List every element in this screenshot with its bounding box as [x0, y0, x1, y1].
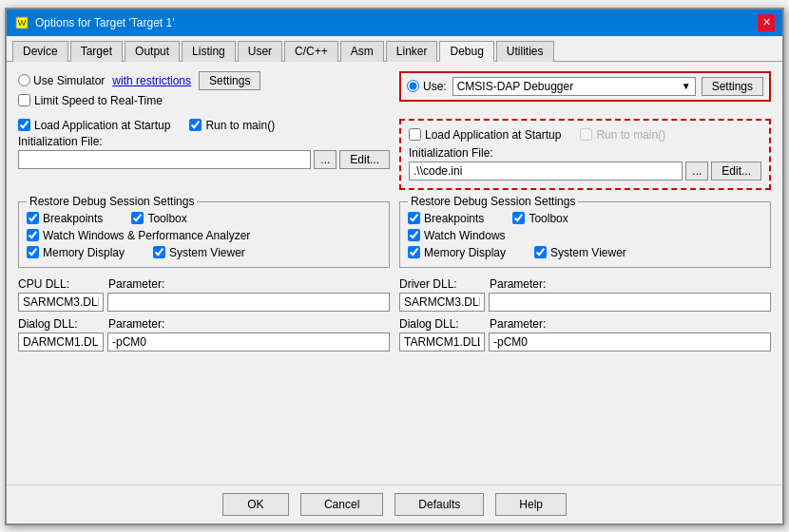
tab-user[interactable]: User	[238, 41, 282, 62]
defaults-button[interactable]: Defaults	[394, 493, 484, 516]
left-toolbox-label[interactable]: Toolbox	[131, 212, 186, 225]
right-load-highlighted-box: Load Application at Startup Run to main(…	[399, 119, 771, 190]
right-restore-label: Restore Debug Session Settings	[408, 195, 578, 208]
left-memory-display-label[interactable]: Memory Display	[27, 246, 125, 259]
left-breakpoints-checkbox[interactable]	[27, 212, 39, 224]
with-restrictions-link[interactable]: with restrictions	[112, 74, 191, 87]
simulator-radio-label[interactable]: Use Simulator	[18, 74, 105, 87]
dialog-title: Options for Target 'Target 1'	[35, 16, 174, 29]
left-cpu-dll-input[interactable]	[18, 293, 104, 312]
left-dialog-dll-label: Dialog DLL:	[18, 317, 99, 331]
left-init-file-input[interactable]	[18, 150, 311, 169]
right-watch-windows-label[interactable]: Watch Windows	[408, 229, 506, 242]
right-driver-dll-input[interactable]	[399, 293, 485, 312]
left-watch-windows-label[interactable]: Watch Windows & Performance Analyzer	[27, 229, 250, 242]
ok-button[interactable]: OK	[222, 493, 289, 516]
right-init-file-input[interactable]	[409, 162, 683, 180]
left-dialog-param-input[interactable]	[107, 332, 390, 352]
debugger-radio[interactable]	[407, 80, 419, 92]
title-bar: W Options for Target 'Target 1' ✕	[7, 10, 782, 36]
tab-device[interactable]: Device	[12, 41, 68, 62]
dialog: W Options for Target 'Target 1' ✕ Device…	[5, 8, 784, 525]
left-load-section: Load Application at Startup Run to main(…	[18, 119, 390, 190]
right-memory-display-label[interactable]: Memory Display	[408, 246, 506, 259]
left-system-viewer-label[interactable]: System Viewer	[153, 246, 245, 259]
right-toolbox-label[interactable]: Toolbox	[512, 212, 568, 225]
simulator-radio[interactable]	[18, 74, 30, 86]
left-run-to-main-label[interactable]: Run to main()	[189, 119, 275, 132]
left-breakpoints-label[interactable]: Breakpoints	[27, 212, 103, 225]
cancel-button[interactable]: Cancel	[300, 493, 383, 516]
app-icon: W	[14, 15, 29, 30]
left-restore-label: Restore Debug Session Settings	[27, 195, 197, 208]
left-dll-section: CPU DLL: Parameter: Dialog DLL: Paramete…	[18, 277, 390, 352]
left-restore-group: Restore Debug Session Settings Breakpoin…	[18, 201, 390, 268]
tab-listing[interactable]: Listing	[182, 41, 236, 62]
right-browse-button[interactable]: ...	[685, 162, 708, 180]
right-load-app-label[interactable]: Load Application at Startup	[409, 128, 561, 142]
right-driver-param-input[interactable]	[489, 293, 771, 312]
left-dialog-param-label: Parameter:	[108, 317, 164, 331]
right-top: Use: CMSIS-DAP Debugger ▼ Settings	[399, 71, 771, 113]
bottom-buttons: OK Cancel Defaults Help	[7, 484, 782, 523]
debugger-dropdown[interactable]: CMSIS-DAP Debugger ▼	[452, 77, 696, 96]
right-load-section: Load Application at Startup Run to main(…	[399, 119, 771, 190]
tab-utilities[interactable]: Utilities	[496, 41, 554, 62]
right-watch-checkbox[interactable]	[408, 229, 420, 241]
right-settings-button[interactable]: Settings	[702, 77, 763, 96]
driver-dll-label: Driver DLL:	[399, 277, 480, 291]
left-system-viewer-checkbox[interactable]	[153, 246, 165, 258]
right-dialog-dll-label: Dialog DLL:	[399, 317, 480, 331]
right-toolbox-checkbox[interactable]	[512, 212, 525, 224]
right-system-viewer-label[interactable]: System Viewer	[534, 246, 626, 259]
tab-debug[interactable]: Debug	[439, 41, 493, 62]
right-dialog-param-label: Parameter:	[490, 317, 546, 331]
tab-target[interactable]: Target	[70, 41, 123, 62]
right-dialog-param-input[interactable]	[489, 332, 771, 352]
left-edit-button[interactable]: Edit...	[339, 150, 390, 169]
right-breakpoints-checkbox[interactable]	[408, 212, 420, 224]
right-init-file-label: Initialization File:	[409, 146, 761, 160]
left-memory-display-checkbox[interactable]	[27, 246, 39, 258]
left-load-app-label[interactable]: Load Application at Startup	[18, 119, 170, 132]
right-run-to-main-label[interactable]: Run to main()	[580, 128, 665, 142]
right-restore-group: Restore Debug Session Settings Breakpoin…	[399, 201, 771, 268]
left-restore-dll: Restore Debug Session Settings Breakpoin…	[18, 196, 390, 475]
right-dialog-dll-input[interactable]	[399, 332, 485, 352]
help-button[interactable]: Help	[495, 493, 567, 516]
close-button[interactable]: ✕	[758, 14, 775, 31]
use-radio-label[interactable]: Use:	[407, 80, 447, 93]
left-watch-checkbox[interactable]	[27, 229, 39, 241]
left-load-app-checkbox[interactable]	[18, 119, 30, 131]
left-cpu-param-input[interactable]	[107, 293, 390, 312]
left-toolbox-checkbox[interactable]	[131, 212, 144, 224]
right-load-app-checkbox[interactable]	[409, 128, 421, 141]
cpu-param-label: Parameter:	[108, 277, 164, 291]
left-dialog-dll-input[interactable]	[18, 332, 104, 352]
right-edit-button[interactable]: Edit...	[711, 162, 761, 180]
right-run-to-main-checkbox[interactable]	[580, 128, 592, 141]
tab-asm[interactable]: Asm	[340, 41, 384, 62]
driver-param-label: Parameter:	[490, 277, 546, 291]
left-settings-button[interactable]: Settings	[199, 71, 260, 90]
dropdown-arrow-icon: ▼	[682, 81, 691, 91]
left-top: Use Simulator with restrictions Settings…	[18, 71, 390, 113]
right-restore-dll: Restore Debug Session Settings Breakpoin…	[399, 196, 771, 475]
tabs-row: Device Target Output Listing User C/C++ …	[7, 36, 782, 62]
tab-linker[interactable]: Linker	[386, 41, 438, 62]
right-system-viewer-checkbox[interactable]	[534, 246, 547, 258]
right-breakpoints-label[interactable]: Breakpoints	[408, 212, 484, 225]
right-memory-display-checkbox[interactable]	[408, 246, 420, 258]
svg-text:W: W	[18, 18, 27, 28]
tab-output[interactable]: Output	[125, 41, 180, 62]
content-area: Use Simulator with restrictions Settings…	[7, 62, 782, 484]
tab-cpp[interactable]: C/C++	[284, 41, 338, 62]
left-browse-button[interactable]: ...	[314, 150, 337, 169]
left-run-to-main-checkbox[interactable]	[189, 119, 202, 131]
cpu-dll-label: CPU DLL:	[18, 277, 99, 291]
left-init-file-label: Initialization File:	[18, 135, 390, 148]
use-debugger-box: Use: CMSIS-DAP Debugger ▼ Settings	[399, 71, 771, 102]
limit-speed-checkbox[interactable]	[18, 94, 30, 106]
right-dll-section: Driver DLL: Parameter: Dialog DLL: Param…	[399, 277, 771, 352]
